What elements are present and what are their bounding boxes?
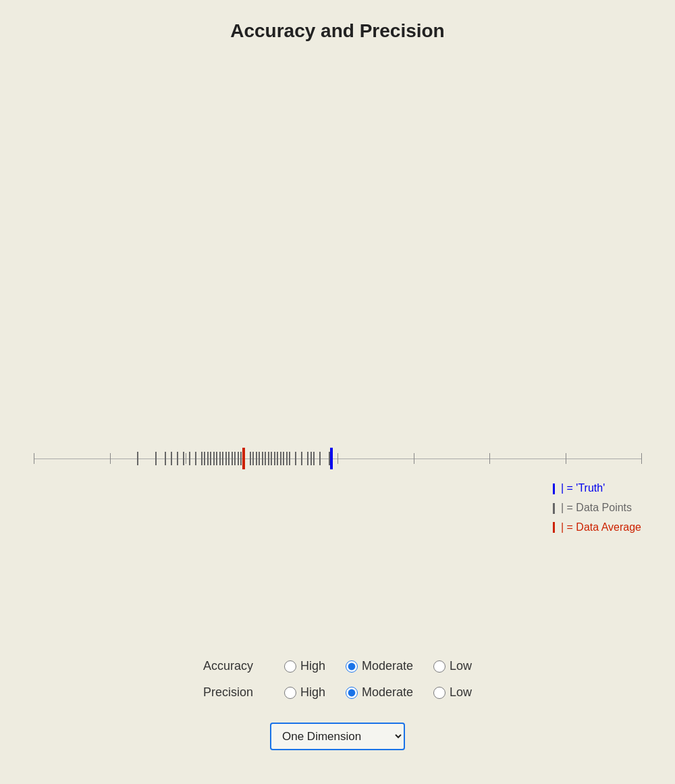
accuracy-label: Accuracy bbox=[203, 659, 284, 673]
legend-avg-label: | = Data Average bbox=[561, 521, 641, 533]
legend-truth: | = 'Truth' bbox=[553, 479, 641, 498]
accuracy-high-option[interactable]: High bbox=[284, 659, 325, 673]
data-point bbox=[310, 452, 312, 465]
data-point bbox=[295, 452, 296, 465]
data-point bbox=[213, 452, 215, 465]
controls: Accuracy High Moderate Low Precision Hig… bbox=[0, 632, 675, 784]
data-point bbox=[155, 452, 157, 465]
precision-radio-group: High Moderate Low bbox=[284, 685, 472, 700]
precision-low-option[interactable]: Low bbox=[433, 685, 472, 700]
data-point bbox=[283, 452, 284, 465]
accuracy-moderate-option[interactable]: Moderate bbox=[346, 659, 413, 673]
datapoints-bar bbox=[553, 503, 555, 514]
data-point bbox=[307, 452, 308, 465]
legend-avg: | = Data Average bbox=[553, 518, 641, 538]
data-point bbox=[252, 452, 254, 465]
data-point bbox=[234, 452, 236, 465]
data-point bbox=[219, 452, 221, 465]
avg-bar bbox=[553, 522, 555, 533]
precision-low-label: Low bbox=[450, 685, 472, 700]
accuracy-high-label: High bbox=[300, 659, 325, 673]
truth-bar bbox=[553, 484, 555, 494]
accuracy-high-radio[interactable] bbox=[284, 660, 296, 673]
legend-truth-label: | = 'Truth' bbox=[561, 482, 605, 494]
data-point bbox=[225, 452, 227, 465]
data-point bbox=[137, 452, 138, 465]
data-point bbox=[319, 452, 321, 465]
precision-high-option[interactable]: High bbox=[284, 685, 325, 700]
tick-1 bbox=[110, 453, 111, 464]
accuracy-moderate-label: Moderate bbox=[362, 659, 413, 673]
legend: | = 'Truth' | = Data Points | = Data Ave… bbox=[553, 479, 641, 537]
dimension-select[interactable]: One Dimension Two Dimensions bbox=[270, 723, 405, 750]
data-point bbox=[222, 452, 223, 465]
precision-moderate-radio[interactable] bbox=[346, 687, 358, 699]
accuracy-low-radio[interactable] bbox=[433, 660, 446, 673]
precision-high-label: High bbox=[300, 685, 325, 700]
precision-high-radio[interactable] bbox=[284, 687, 296, 699]
tick-0 bbox=[34, 453, 34, 464]
tick-5 bbox=[414, 453, 414, 464]
precision-low-radio[interactable] bbox=[433, 687, 446, 699]
avg-marker bbox=[242, 448, 245, 469]
accuracy-low-label: Low bbox=[450, 659, 472, 673]
data-point bbox=[238, 452, 239, 465]
legend-datapoints-label: | = Data Points bbox=[561, 502, 632, 513]
precision-moderate-option[interactable]: Moderate bbox=[346, 685, 413, 700]
accuracy-low-option[interactable]: Low bbox=[433, 659, 472, 673]
tick-8 bbox=[641, 453, 642, 464]
data-point bbox=[256, 452, 257, 465]
data-point bbox=[210, 452, 211, 465]
data-point bbox=[207, 452, 209, 465]
accuracy-radio-group: High Moderate Low bbox=[284, 659, 472, 673]
data-point bbox=[177, 452, 178, 465]
data-point bbox=[280, 452, 281, 465]
data-point bbox=[228, 452, 230, 465]
data-point bbox=[171, 452, 172, 465]
data-point bbox=[204, 452, 205, 465]
precision-label: Precision bbox=[203, 685, 284, 700]
precision-moderate-label: Moderate bbox=[362, 685, 413, 700]
page-title: Accuracy and Precision bbox=[230, 20, 444, 42]
data-point bbox=[268, 452, 269, 465]
data-point bbox=[277, 452, 278, 465]
data-point bbox=[313, 452, 315, 465]
data-point bbox=[259, 452, 260, 465]
precision-row: Precision High Moderate Low bbox=[203, 685, 472, 700]
data-point bbox=[301, 452, 302, 465]
data-point bbox=[289, 452, 290, 465]
data-point bbox=[271, 452, 272, 465]
data-point bbox=[274, 452, 275, 465]
accuracy-moderate-radio[interactable] bbox=[346, 660, 358, 673]
legend-datapoints: | = Data Points bbox=[553, 498, 641, 518]
data-point bbox=[262, 452, 263, 465]
number-line: | = 'Truth' | = Data Points | = Data Ave… bbox=[34, 438, 641, 479]
tick-6 bbox=[489, 453, 490, 464]
chart-area: | = 'Truth' | = Data Points | = Data Ave… bbox=[0, 42, 675, 632]
data-point bbox=[232, 452, 233, 465]
truth-marker bbox=[330, 448, 333, 469]
data-point bbox=[183, 452, 184, 465]
data-point bbox=[165, 452, 166, 465]
data-point bbox=[189, 452, 190, 465]
data-point bbox=[195, 452, 196, 465]
tick-2 bbox=[186, 453, 186, 464]
data-point bbox=[286, 452, 288, 465]
data-point bbox=[265, 452, 266, 465]
data-point bbox=[250, 452, 251, 465]
data-point bbox=[201, 452, 202, 465]
tick-7 bbox=[566, 453, 566, 464]
data-point bbox=[216, 452, 217, 465]
accuracy-row: Accuracy High Moderate Low bbox=[203, 659, 472, 673]
tick-4 bbox=[338, 453, 338, 464]
